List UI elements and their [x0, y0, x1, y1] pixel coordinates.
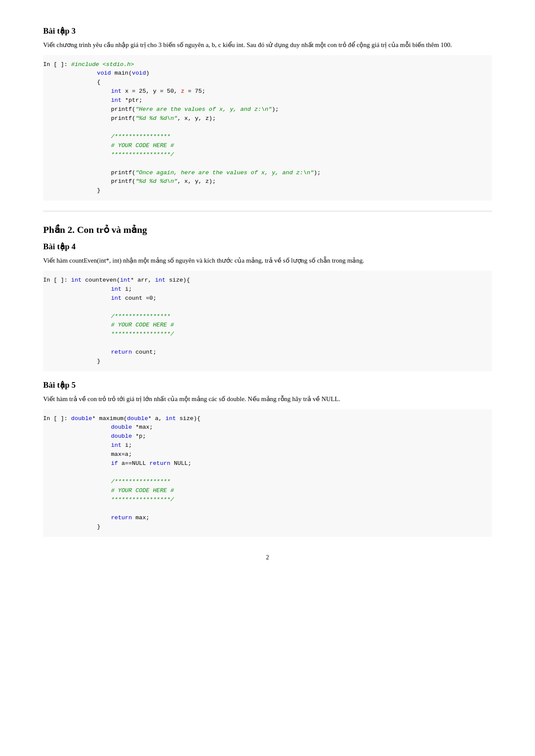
code-prompt — [43, 87, 69, 96]
code-prompt — [43, 357, 69, 366]
baitap3-title: Bài tập 3 — [43, 26, 492, 36]
code-line: In [ ]: double* maximum(double* a, int s… — [43, 414, 492, 423]
code-line: *****************/ — [43, 496, 492, 505]
code-line: if a==NULL return NULL; — [43, 459, 492, 468]
code-line: *****************/ — [43, 151, 492, 160]
code-line: } — [43, 357, 492, 366]
baitap5-section: Bài tập 5 Viết hàm trả về con trỏ trỏ tớ… — [43, 380, 492, 536]
code-content: int i; — [69, 285, 132, 294]
code-prompt: In [ ]: — [43, 276, 71, 285]
code-prompt — [43, 330, 69, 339]
code-line — [43, 303, 492, 312]
code-content: *****************/ — [69, 496, 174, 505]
code-line: } — [43, 523, 492, 532]
code-content — [69, 303, 72, 312]
baitap3-description: Viết chương trình yêu cầu nhập giá trị c… — [43, 40, 492, 50]
code-content: int counteven(int* arr, int size){ — [71, 276, 190, 285]
code-line: /**************** — [43, 477, 492, 486]
code-prompt — [43, 496, 69, 505]
code-prompt — [43, 505, 69, 514]
baitap4-section: Bài tập 4 Viết hàm countEven(int*, int) … — [43, 242, 492, 371]
code-prompt — [43, 105, 69, 114]
code-line: max=a; — [43, 450, 492, 459]
code-content: } — [69, 523, 101, 532]
code-prompt — [43, 459, 69, 468]
code-content — [69, 123, 72, 132]
code-prompt — [43, 141, 69, 151]
code-prompt — [43, 169, 69, 178]
code-content — [69, 339, 72, 348]
code-content: double *max; — [69, 423, 153, 432]
code-prompt — [43, 486, 69, 496]
code-content: max=a; — [69, 450, 132, 459]
code-content: /**************** — [69, 312, 170, 321]
code-line: # YOUR CODE HERE # — [43, 141, 492, 151]
code-line: int count =0; — [43, 294, 492, 303]
code-prompt — [43, 450, 69, 459]
code-prompt — [43, 514, 69, 523]
code-content: void main(void) — [69, 69, 149, 78]
code-line: return count; — [43, 348, 492, 357]
code-prompt — [43, 423, 69, 432]
code-content: return count; — [69, 348, 157, 357]
code-content: *****************/ — [69, 330, 174, 339]
code-prompt — [43, 312, 69, 321]
code-line: void main(void) — [43, 69, 492, 78]
code-line: /**************** — [43, 132, 492, 141]
code-prompt — [43, 523, 69, 532]
section2-title: Phần 2. Con trỏ và mảng — [43, 224, 492, 235]
code-line: # YOUR CODE HERE # — [43, 321, 492, 330]
baitap5-title: Bài tập 5 — [43, 380, 492, 390]
code-content: # YOUR CODE HERE # — [69, 321, 174, 330]
baitap4-code: In [ ]: int counteven(int* arr, int size… — [43, 271, 492, 371]
code-line: int i; — [43, 285, 492, 294]
section2: Phần 2. Con trỏ và mảng Bài tập 4 Viết h… — [43, 224, 492, 536]
code-content: printf("Once again, here are the values … — [69, 169, 321, 178]
code-prompt — [43, 441, 69, 450]
code-prompt — [43, 114, 69, 123]
code-content: return max; — [69, 514, 149, 523]
code-line — [43, 160, 492, 169]
code-content: } — [69, 186, 101, 195]
code-line: int *ptr; — [43, 96, 492, 105]
code-line: # YOUR CODE HERE # — [43, 486, 492, 496]
code-content — [69, 160, 72, 169]
code-prompt — [43, 160, 69, 169]
code-prompt — [43, 348, 69, 357]
code-line: *****************/ — [43, 330, 492, 339]
baitap5-code: In [ ]: double* maximum(double* a, int s… — [43, 409, 492, 537]
code-line: } — [43, 186, 492, 195]
code-content: if a==NULL return NULL; — [69, 459, 192, 468]
code-prompt — [43, 321, 69, 330]
code-content: # YOUR CODE HERE # — [69, 486, 174, 496]
code-content: /**************** — [69, 132, 170, 141]
baitap4-description: Viết hàm countEven(int*, int) nhận một m… — [43, 256, 492, 266]
code-prompt — [43, 151, 69, 160]
baitap3-code: In [ ]: #include <stdio.h> void main(voi… — [43, 55, 492, 201]
code-prompt — [43, 78, 69, 87]
code-line: printf("Here are the values of x, y, and… — [43, 105, 492, 114]
code-line: { — [43, 78, 492, 87]
code-line: /**************** — [43, 312, 492, 321]
code-content: int count =0; — [69, 294, 157, 303]
code-line: int x = 25, y = 50, z = 75; — [43, 87, 492, 96]
code-content: printf("%d %d %d\n", x, y, z); — [69, 114, 216, 123]
code-prompt: In [ ]: — [43, 60, 71, 69]
code-line: In [ ]: int counteven(int* arr, int size… — [43, 276, 492, 285]
code-line: return max; — [43, 514, 492, 523]
code-prompt — [43, 177, 69, 186]
code-prompt — [43, 468, 69, 477]
code-line — [43, 123, 492, 132]
code-prompt — [43, 303, 69, 312]
code-content: } — [69, 357, 101, 366]
code-content: *****************/ — [69, 151, 174, 160]
code-content: double* maximum(double* a, int size){ — [71, 414, 201, 423]
code-content: printf("%d %d %d\n", x, y, z); — [69, 177, 216, 186]
code-content: int i; — [69, 441, 132, 450]
code-line — [43, 505, 492, 514]
code-prompt — [43, 432, 69, 441]
code-line: printf("Once again, here are the values … — [43, 169, 492, 178]
code-prompt — [43, 96, 69, 105]
code-line: printf("%d %d %d\n", x, y, z); — [43, 177, 492, 186]
code-content: # YOUR CODE HERE # — [69, 141, 174, 151]
